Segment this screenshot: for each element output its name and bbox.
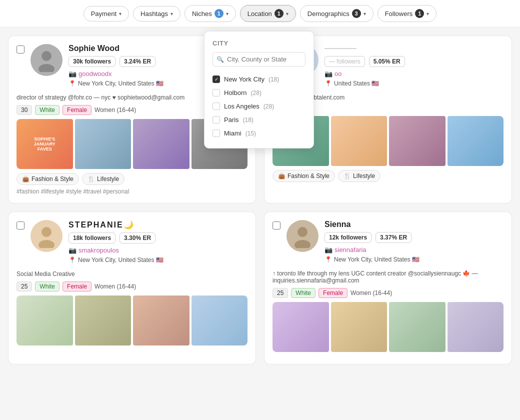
audience-tag-3: Women (16-44) <box>94 283 136 290</box>
card-select-checkbox[interactable] <box>16 46 24 54</box>
followers-filter[interactable]: Followers 1 ▾ <box>378 5 437 22</box>
followers-badge: 1 <box>415 9 424 18</box>
image-grid-3 <box>16 296 248 346</box>
main-content: Sophie Wood 30k followers 3.24% ER 📷 goo… <box>0 28 520 372</box>
gender-tag-3: Female <box>62 282 92 292</box>
city-checkbox-2[interactable] <box>212 102 220 110</box>
card-4-checkbox[interactable] <box>272 222 280 230</box>
post-image-11 <box>133 296 190 346</box>
post-image-14 <box>331 302 388 352</box>
svg-point-5 <box>38 240 54 248</box>
card-info-2: ———— — followers 5.05% ER 📷 oo 📍 United … <box>324 44 504 89</box>
hashtags-text: #fashion #lifestyle #style #travel #pers… <box>16 188 248 195</box>
followers-chevron: ▾ <box>426 11 429 16</box>
pin-icon-2: 📍 <box>324 80 332 87</box>
avatar <box>30 44 62 76</box>
card-3-checkbox[interactable] <box>16 222 24 230</box>
demographics-chevron: ▾ <box>364 11 366 16</box>
instagram-icon: 📷 <box>68 70 76 78</box>
card-header-3: STEPHANIE🌙 18k followers 3.30% ER 📷 smak… <box>16 220 248 266</box>
followers-badge-2: — followers <box>324 56 365 67</box>
city-checkbox-0[interactable] <box>212 76 220 83</box>
niches-label: Niches <box>192 10 212 18</box>
hashtags-chevron: ▾ <box>170 11 173 16</box>
location-filter[interactable]: Location 1 ▾ <box>240 5 296 22</box>
ethnicity-tag-4: White <box>291 288 316 298</box>
audience-tag: Women (16-44) <box>94 106 136 114</box>
post-image-9 <box>16 296 73 346</box>
er-badge-4: 3.37% ER <box>376 232 412 243</box>
followers-badge-3: 18k followers <box>68 232 116 244</box>
location-badge: 1 <box>274 9 284 18</box>
demographics-badge: 3 <box>352 9 361 18</box>
ig-icon-3: 📷 <box>68 246 76 254</box>
city-count-0: (18) <box>268 76 279 83</box>
er-badge-3: 3.30% ER <box>120 232 156 244</box>
age-tag-4: 25 <box>272 288 288 298</box>
city-option-0[interactable]: New York City (18) <box>212 72 306 86</box>
card-4-name: Sienna <box>324 220 504 229</box>
instagram-handle-3[interactable]: 📷 smakropoulos <box>68 246 248 254</box>
city-option-1[interactable]: Holborn (28) <box>212 86 306 100</box>
card-2: ———— — followers 5.05% ER 📷 oo 📍 United … <box>264 36 512 204</box>
followers-badge-card: 30k followers <box>68 56 116 67</box>
card-info-3: STEPHANIE🌙 18k followers 3.30% ER 📷 smak… <box>68 220 248 266</box>
tags-row-4: 25 White Female Women (16-44) <box>272 288 504 298</box>
city-checkbox-1[interactable] <box>212 89 220 96</box>
niches-row: 👜 Fashion & Style 🍴 Lifestyle <box>16 173 248 185</box>
post-image-7 <box>389 116 446 166</box>
city-count-2: (28) <box>264 103 274 110</box>
city-checkbox-4[interactable] <box>212 130 220 137</box>
city-checkbox-3[interactable] <box>212 116 220 124</box>
post-image-8 <box>448 116 504 166</box>
svg-point-0 <box>42 51 52 61</box>
bio-text-4: ↑ toronto life through my lens UGC conte… <box>272 270 504 284</box>
city-option-3[interactable]: Paris (18) <box>212 113 306 126</box>
niches-filter[interactable]: Niches 1 ▾ <box>184 5 236 22</box>
city-option-4[interactable]: Miami (15) <box>212 126 306 140</box>
ethnicity-tag-3: White <box>35 282 60 292</box>
post-image-12 <box>192 296 248 346</box>
fork-icon-2: 🍴 <box>344 172 351 180</box>
hashtags-label: Hashtags <box>140 10 168 18</box>
svg-point-1 <box>38 64 54 72</box>
ig-icon-2: 📷 <box>324 70 332 78</box>
age-tag: 30 <box>16 105 32 115</box>
instagram-handle-2[interactable]: 📷 oo <box>324 70 504 78</box>
card-header-4: Sienna 12k followers 3.37% ER 📷 siennafa… <box>272 220 504 265</box>
post-image-13 <box>272 302 329 352</box>
payment-filter[interactable]: Payment ▾ <box>84 6 129 22</box>
card-info-4: Sienna 12k followers 3.37% ER 📷 siennafa… <box>324 220 504 265</box>
payment-label: Payment <box>91 10 116 18</box>
er-badge-2: 5.05% ER <box>369 56 405 67</box>
niche-lifestyle: 🍴 Lifestyle <box>82 173 124 185</box>
city-name-3: Paris <box>224 116 239 124</box>
age-tag-3: 25 <box>16 282 32 292</box>
niche-fashion-2: 👜 Fashion & Style <box>272 170 335 182</box>
location-text-3: 📍 New York City, United States 🇺🇸 <box>68 256 248 264</box>
city-name-0: New York City <box>224 76 264 83</box>
city-name-1: Holborn <box>224 89 247 96</box>
city-name-4: Miami <box>224 130 242 137</box>
stats-row-4: 12k followers 3.37% ER <box>324 232 504 243</box>
gender-tag: Female <box>62 105 92 115</box>
city-count-4: (15) <box>246 130 256 137</box>
post-image-2 <box>75 119 132 169</box>
card-3-name: STEPHANIE🌙 <box>68 220 248 230</box>
location-text-2: 📍 United States 🇺🇸 <box>324 80 504 87</box>
demographics-filter[interactable]: Demographics 3 ▾ <box>300 5 374 22</box>
niches-row-2: 👜 Fashion & Style 🍴 Lifestyle <box>272 170 504 182</box>
ig-icon-4: 📷 <box>324 246 332 254</box>
bag-icon-2: 👜 <box>278 172 286 180</box>
city-option-2[interactable]: Los Angeles (28) <box>212 100 306 113</box>
tags-row-3: 25 White Female Women (16-44) <box>16 282 248 292</box>
stats-row-2: — followers 5.05% ER <box>324 56 504 67</box>
post-image-10 <box>75 296 132 346</box>
bio-text-3: Social Media Creative <box>16 270 248 278</box>
hashtags-filter[interactable]: Hashtags ▾ <box>133 6 180 22</box>
location-text-4: 📍 New York City, United States 🇺🇸 <box>324 256 504 263</box>
avatar-4 <box>286 220 318 252</box>
city-search-input[interactable] <box>212 52 306 66</box>
search-icon: 🔍 <box>216 56 224 63</box>
instagram-handle-4[interactable]: 📷 siennafaria <box>324 246 504 254</box>
